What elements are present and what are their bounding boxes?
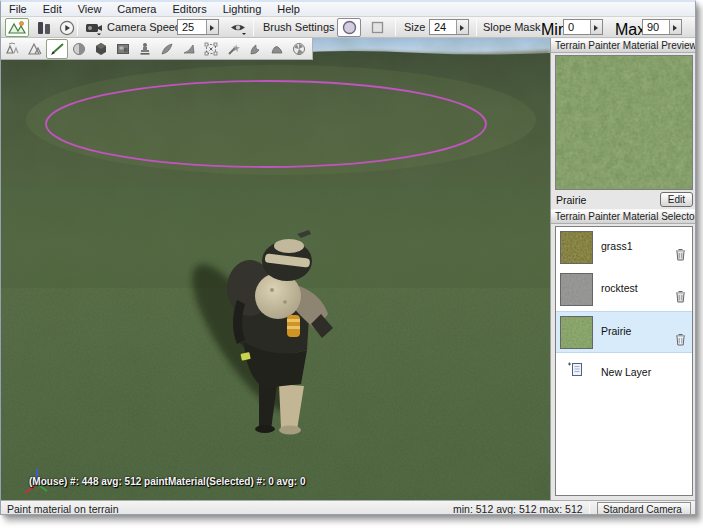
viewport-3d[interactable]: (Mouse) #: 448 avg: 512 paintMaterial (S…	[1, 38, 550, 500]
world-editor-button[interactable]	[32, 18, 56, 37]
status-hint: Paint material on terrain	[7, 503, 118, 515]
slope-max-spinner[interactable]: 90	[642, 19, 682, 35]
toolbar-separator	[395, 19, 396, 36]
hill-icon[interactable]	[266, 39, 288, 59]
material-thumbnail	[560, 273, 593, 306]
camera-icon	[85, 21, 103, 35]
mouse-stats-overlay: (Mouse) #: 448 avg: 512 paintMaterial	[29, 476, 206, 487]
circle-brush-icon	[342, 20, 357, 35]
menu-lighting[interactable]: Lighting	[215, 2, 270, 17]
spinner-arrow-icon[interactable]	[206, 20, 218, 34]
terrain-painter-panel: Terrain Painter Material Preview	[550, 38, 696, 500]
ramp-icon[interactable]	[178, 39, 200, 59]
new-layer-icon	[566, 361, 584, 383]
edit-material-button[interactable]: Edit	[660, 192, 693, 207]
sphere-icon[interactable]	[68, 39, 90, 59]
new-layer-label: New Layer	[601, 366, 651, 378]
landscape-icon	[8, 20, 26, 35]
material-preview-header: Terrain Painter Material Preview	[551, 38, 696, 53]
spinner-arrow-icon[interactable]	[456, 20, 468, 34]
status-heights: min: 512 avg: 512 max: 512	[453, 503, 583, 515]
material-selector-header: Terrain Painter Material Selector	[551, 209, 696, 224]
statusbar-separator	[589, 502, 590, 515]
slope-max-value: 90	[643, 20, 669, 34]
feather-icon[interactable]	[156, 39, 178, 59]
scene-editor-button[interactable]	[5, 18, 29, 37]
toolbar-separator	[476, 19, 477, 36]
cube-icon[interactable]	[90, 39, 112, 59]
editor-window: File Edit View Camera Editors Lighting H…	[0, 0, 696, 515]
camera-speed-label: Camera Speed	[107, 21, 181, 33]
select-region-icon[interactable]	[200, 39, 222, 59]
material-thumbnail	[560, 316, 593, 349]
size-spinner[interactable]: 24	[429, 19, 469, 35]
menu-editors[interactable]: Editors	[164, 2, 214, 17]
preview-material-row: Prairie Edit	[551, 191, 696, 209]
statusbar: Paint material on terrain min: 512 avg: …	[1, 500, 695, 515]
material-label: Prairie	[601, 325, 631, 337]
menu-view[interactable]: View	[70, 2, 110, 17]
camera-speed-spinner[interactable]: 25	[177, 19, 219, 35]
size-value: 24	[430, 20, 456, 34]
menu-help[interactable]: Help	[269, 2, 308, 17]
paintbrush-icon[interactable]	[46, 39, 68, 59]
max-label: Max	[615, 21, 645, 39]
preview-material-name: Prairie	[556, 194, 586, 206]
square-brush-icon	[371, 21, 384, 34]
camera-mode-dropdown[interactable]: Standard Camera	[597, 502, 691, 515]
spinner-arrow-icon[interactable]	[590, 20, 602, 34]
camera-mode-value: Standard Camera	[598, 504, 682, 515]
spinner-arrow-icon[interactable]	[669, 20, 681, 34]
flip-terrain-icon[interactable]	[2, 39, 24, 59]
erode-icon[interactable]	[244, 39, 266, 59]
menu-edit[interactable]: Edit	[35, 2, 70, 17]
delete-material-icon[interactable]	[675, 289, 686, 307]
terrain-scene	[1, 38, 550, 500]
fan-icon[interactable]	[288, 39, 310, 59]
camera-menu-button[interactable]	[82, 18, 106, 37]
delete-material-icon[interactable]	[675, 332, 686, 350]
material-row-rocktest[interactable]: rocktest	[556, 269, 692, 311]
material-preview-image	[555, 55, 693, 190]
material-list: grass1 rocktest Prairie	[555, 226, 693, 496]
menu-camera[interactable]: Camera	[109, 2, 164, 17]
slope-min-value: 0	[564, 20, 590, 34]
camera-speed-value: 25	[178, 20, 206, 34]
brush-settings-label: Brush Settings	[263, 21, 335, 33]
toolbar-separator	[77, 19, 78, 36]
texture-image-icon[interactable]	[112, 39, 134, 59]
stamp-icon[interactable]	[134, 39, 156, 59]
brush-square-button[interactable]	[365, 18, 389, 37]
brush-circle-button[interactable]	[337, 18, 361, 37]
terrain-tool-palette	[1, 38, 313, 60]
play-button[interactable]	[55, 18, 79, 37]
toolbar-separator	[253, 19, 254, 36]
eye-icon	[230, 21, 248, 35]
visibility-button[interactable]	[227, 18, 251, 37]
menu-file[interactable]: File	[1, 2, 35, 17]
menubar: File Edit View Camera Editors Lighting H…	[1, 2, 695, 17]
new-layer-row[interactable]: New Layer	[556, 353, 692, 393]
material-row-grass1[interactable]: grass1	[556, 227, 692, 269]
slope-mask-label: Slope Mask	[483, 21, 540, 33]
mountains-icon[interactable]	[24, 39, 46, 59]
material-thumbnail	[560, 231, 593, 264]
material-label: rocktest	[601, 282, 638, 294]
blocks-icon	[37, 21, 51, 35]
size-label: Size	[404, 21, 425, 33]
material-label: grass1	[601, 240, 633, 252]
selected-stats-overlay: (Selected) #: 0 avg: 0	[206, 476, 305, 487]
slope-min-spinner[interactable]: 0	[563, 19, 603, 35]
delete-material-icon[interactable]	[675, 247, 686, 265]
magic-wand-icon[interactable]	[222, 39, 244, 59]
play-icon	[59, 20, 75, 36]
material-row-prairie-selected[interactable]: Prairie	[556, 311, 692, 353]
